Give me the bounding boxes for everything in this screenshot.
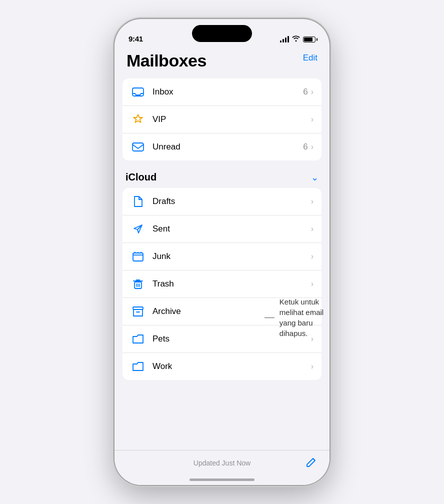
sent-icon: [130, 222, 146, 236]
callout-container: Ketuk untuk melihat email yang baru diha…: [264, 296, 330, 338]
junk-item[interactable]: Junk ›: [122, 243, 322, 270]
sent-item[interactable]: Sent ›: [122, 216, 322, 243]
status-icons: [280, 36, 316, 43]
trash-label: Trash: [152, 279, 311, 289]
work-chevron: ›: [311, 362, 314, 371]
status-time: 9:41: [128, 34, 143, 43]
dynamic-island: [192, 25, 252, 42]
archive-icon: [130, 304, 146, 319]
wifi-icon: [292, 36, 300, 43]
icloud-section-header[interactable]: iCloud ⌄: [114, 164, 330, 188]
icloud-title: iCloud: [126, 172, 156, 183]
unread-icon: [130, 140, 146, 154]
trash-icon: [130, 276, 146, 292]
sent-chevron: ›: [311, 224, 314, 234]
unread-badge: 6: [303, 142, 308, 152]
unread-item[interactable]: Unread 6 ›: [122, 134, 322, 160]
inbox-icon: [130, 84, 146, 100]
inbox-item[interactable]: Inbox 6 ›: [122, 78, 322, 106]
trash-chevron: ›: [311, 280, 314, 288]
document-icon: [130, 194, 146, 209]
icloud-card: Drafts › Sent ›: [122, 188, 322, 380]
junk-chevron: ›: [311, 252, 314, 261]
battery-icon: [303, 36, 316, 42]
inbox-chevron: ›: [311, 88, 314, 96]
junk-label: Junk: [152, 252, 311, 262]
vip-label: VIP: [152, 114, 308, 124]
inbox-label: Inbox: [152, 87, 303, 97]
sent-label: Sent: [152, 224, 311, 234]
page-title: Mailboxes: [114, 46, 330, 78]
star-icon: [130, 112, 146, 127]
work-folder-icon: [130, 359, 146, 374]
callout-text: Ketuk untuk melihat email yang baru diha…: [280, 296, 330, 338]
unread-label: Unread: [152, 142, 303, 152]
drafts-chevron: ›: [311, 197, 314, 206]
work-item[interactable]: Work ›: [122, 353, 322, 380]
inbox-badge: 6: [303, 87, 308, 97]
vip-item[interactable]: VIP ›: [122, 106, 322, 134]
pets-folder-icon: [130, 332, 146, 346]
drafts-label: Drafts: [152, 196, 311, 206]
phone-frame: 9:41 Edit Mailboxes: [114, 19, 330, 485]
svg-rect-10: [133, 307, 143, 310]
junk-icon: [130, 249, 146, 264]
trash-item[interactable]: Trash ›: [122, 270, 322, 298]
signal-bars-icon: [280, 36, 289, 42]
vip-chevron: ›: [311, 115, 314, 124]
icloud-chevron-down-icon: ⌄: [311, 172, 318, 183]
svg-rect-1: [132, 143, 144, 151]
edit-button[interactable]: Edit: [303, 53, 318, 63]
work-label: Work: [152, 362, 311, 372]
unread-chevron: ›: [311, 142, 314, 152]
compose-icon[interactable]: [306, 456, 318, 471]
smart-mailboxes-card: Inbox 6 › VIP ›: [122, 78, 322, 160]
drafts-item[interactable]: Drafts ›: [122, 188, 322, 216]
main-content: Edit Mailboxes Inbox 6 ›: [114, 46, 330, 485]
svg-rect-2: [133, 253, 143, 261]
callout-line: [264, 318, 274, 318]
updated-label: Updated Just Now: [194, 459, 250, 467]
home-indicator: [190, 478, 254, 481]
